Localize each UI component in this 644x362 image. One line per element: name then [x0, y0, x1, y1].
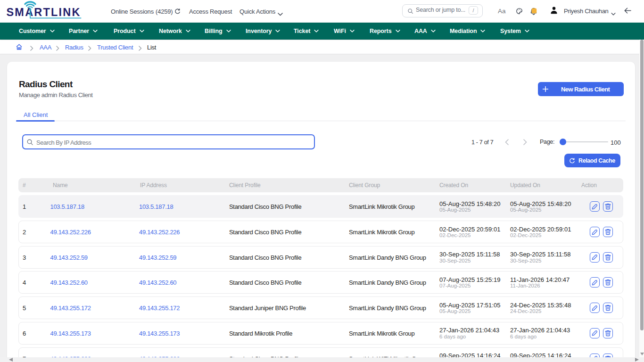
- svg-text:SMARTLINK: SMARTLINK: [7, 6, 81, 18]
